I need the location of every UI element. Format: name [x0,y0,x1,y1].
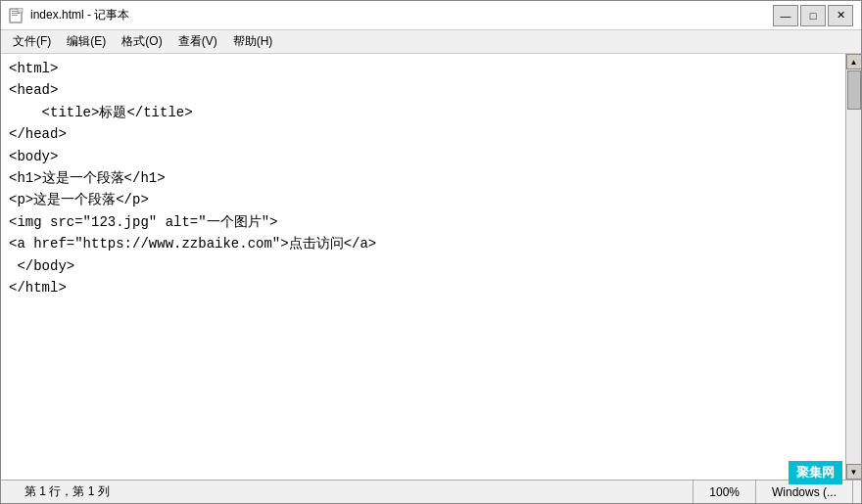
scroll-down-button[interactable]: ▼ [846,464,862,480]
svg-rect-4 [18,8,23,13]
notepad-window: index.html - 记事本 — □ ✕ 文件(F) 编辑(E) 格式(O)… [0,0,862,504]
status-position: 第 1 行，第 1 列 [9,481,694,503]
title-bar-controls: — □ ✕ [773,5,853,26]
minimize-button[interactable]: — [773,5,798,26]
status-zoom: 100% [694,481,756,503]
scroll-track[interactable] [846,69,862,464]
menu-help[interactable]: 帮助(H) [225,30,281,53]
menu-format[interactable]: 格式(O) [114,30,169,53]
watermark: 聚集网 [789,461,842,484]
close-button[interactable]: ✕ [828,5,853,26]
window-title: index.html - 记事本 [30,7,129,23]
content-wrapper: <html> <head> <title>标题</title> </head> … [1,54,861,480]
maximize-button[interactable]: □ [800,5,826,26]
notepad-icon [9,8,24,23]
menu-bar: 文件(F) 编辑(E) 格式(O) 查看(V) 帮助(H) [1,30,861,54]
scroll-up-button[interactable]: ▲ [846,54,862,69]
title-bar: index.html - 记事本 — □ ✕ [1,1,861,30]
editor-area[interactable]: <html> <head> <title>标题</title> </head> … [1,54,845,480]
scroll-thumb[interactable] [847,70,861,110]
menu-edit[interactable]: 编辑(E) [59,30,114,53]
title-bar-left: index.html - 记事本 [9,7,129,23]
menu-view[interactable]: 查看(V) [170,30,225,53]
svg-rect-3 [12,15,18,16]
status-bar: 第 1 行，第 1 列 100% Windows (... [1,480,861,503]
menu-file[interactable]: 文件(F) [5,30,59,53]
scrollbar-vertical[interactable]: ▲ ▼ [845,54,861,480]
